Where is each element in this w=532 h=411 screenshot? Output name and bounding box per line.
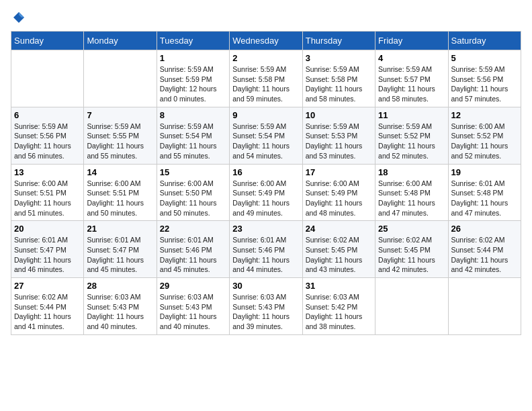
cell-content: Sunrise: 6:00 AMSunset: 5:48 PMDaylight:… <box>378 179 445 218</box>
day-number: 30 <box>232 281 299 291</box>
day-number: 11 <box>378 110 445 120</box>
day-number: 23 <box>232 224 299 234</box>
cell-content: Sunrise: 6:03 AMSunset: 5:43 PMDaylight:… <box>160 292 226 332</box>
calendar-cell: 28Sunrise: 6:03 AMSunset: 5:43 PMDayligh… <box>84 278 157 335</box>
day-number: 6 <box>14 110 81 120</box>
day-number: 3 <box>306 53 372 63</box>
calendar-cell <box>448 278 521 335</box>
cell-content: Sunrise: 6:02 AMSunset: 5:44 PMDaylight:… <box>14 292 81 332</box>
header-thursday: Thursday <box>302 32 375 50</box>
cell-content: Sunrise: 5:59 AMSunset: 5:53 PMDaylight:… <box>306 122 372 161</box>
day-number: 1 <box>160 53 226 63</box>
cell-content: Sunrise: 5:59 AMSunset: 5:58 PMDaylight:… <box>306 64 372 104</box>
day-number: 9 <box>232 110 299 120</box>
calendar-cell: 18Sunrise: 6:00 AMSunset: 5:48 PMDayligh… <box>375 164 448 221</box>
cell-content: Sunrise: 5:59 AMSunset: 5:58 PMDaylight:… <box>232 64 299 104</box>
cell-content: Sunrise: 6:01 AMSunset: 5:46 PMDaylight:… <box>160 235 226 275</box>
cell-content: Sunrise: 6:00 AMSunset: 5:51 PMDaylight:… <box>14 179 81 218</box>
header-wednesday: Wednesday <box>230 32 302 50</box>
calendar-cell: 2Sunrise: 5:59 AMSunset: 5:58 PMDaylight… <box>230 50 302 107</box>
calendar-cell: 9Sunrise: 5:59 AMSunset: 5:54 PMDaylight… <box>230 107 302 164</box>
day-number: 28 <box>87 281 153 291</box>
calendar-cell: 25Sunrise: 6:02 AMSunset: 5:45 PMDayligh… <box>375 221 448 278</box>
day-number: 20 <box>14 224 81 234</box>
day-number: 24 <box>306 224 372 234</box>
calendar-cell: 29Sunrise: 6:03 AMSunset: 5:43 PMDayligh… <box>157 278 229 335</box>
cell-content: Sunrise: 6:01 AMSunset: 5:47 PMDaylight:… <box>87 235 153 275</box>
cell-content: Sunrise: 6:01 AMSunset: 5:47 PMDaylight:… <box>14 235 81 275</box>
cell-content: Sunrise: 5:59 AMSunset: 5:55 PMDaylight:… <box>87 122 153 161</box>
cell-content: Sunrise: 6:02 AMSunset: 5:44 PMDaylight:… <box>451 235 518 275</box>
cell-content: Sunrise: 6:01 AMSunset: 5:48 PMDaylight:… <box>451 179 518 218</box>
page-header <box>11 11 521 26</box>
cell-content: Sunrise: 6:00 AMSunset: 5:49 PMDaylight:… <box>232 179 299 218</box>
cell-content: Sunrise: 6:00 AMSunset: 5:49 PMDaylight:… <box>306 179 372 218</box>
calendar-cell: 23Sunrise: 6:01 AMSunset: 5:46 PMDayligh… <box>230 221 302 278</box>
day-number: 14 <box>87 167 153 177</box>
calendar-cell: 22Sunrise: 6:01 AMSunset: 5:46 PMDayligh… <box>157 221 229 278</box>
header-sunday: Sunday <box>11 32 84 50</box>
calendar-cell: 3Sunrise: 5:59 AMSunset: 5:58 PMDaylight… <box>302 50 375 107</box>
cell-content: Sunrise: 6:03 AMSunset: 5:43 PMDaylight:… <box>232 292 299 332</box>
calendar-cell: 10Sunrise: 5:59 AMSunset: 5:53 PMDayligh… <box>302 107 375 164</box>
cell-content: Sunrise: 6:02 AMSunset: 5:45 PMDaylight:… <box>378 235 445 275</box>
cell-content: Sunrise: 6:03 AMSunset: 5:43 PMDaylight:… <box>87 292 153 332</box>
logo-icon <box>12 11 26 24</box>
calendar-cell: 7Sunrise: 5:59 AMSunset: 5:55 PMDaylight… <box>84 107 157 164</box>
calendar-cell: 6Sunrise: 5:59 AMSunset: 5:56 PMDaylight… <box>11 107 84 164</box>
cell-content: Sunrise: 6:03 AMSunset: 5:42 PMDaylight:… <box>306 292 372 332</box>
day-number: 27 <box>14 281 81 291</box>
cell-content: Sunrise: 5:59 AMSunset: 5:57 PMDaylight:… <box>378 64 445 104</box>
cell-content: Sunrise: 5:59 AMSunset: 5:54 PMDaylight:… <box>232 122 299 161</box>
calendar-cell: 8Sunrise: 5:59 AMSunset: 5:54 PMDaylight… <box>157 107 229 164</box>
day-number: 22 <box>160 224 226 234</box>
cell-content: Sunrise: 5:59 AMSunset: 5:56 PMDaylight:… <box>14 122 81 161</box>
day-number: 26 <box>451 224 518 234</box>
day-number: 8 <box>160 110 226 120</box>
calendar-cell: 27Sunrise: 6:02 AMSunset: 5:44 PMDayligh… <box>11 278 84 335</box>
day-number: 2 <box>232 53 299 63</box>
cell-content: Sunrise: 5:59 AMSunset: 5:56 PMDaylight:… <box>451 64 518 104</box>
cell-content: Sunrise: 6:00 AMSunset: 5:52 PMDaylight:… <box>451 122 518 161</box>
calendar-cell: 24Sunrise: 6:02 AMSunset: 5:45 PMDayligh… <box>302 221 375 278</box>
day-number: 18 <box>378 167 445 177</box>
calendar-cell: 19Sunrise: 6:01 AMSunset: 5:48 PMDayligh… <box>448 164 521 221</box>
calendar-cell <box>11 50 84 107</box>
day-number: 12 <box>451 110 518 120</box>
day-number: 13 <box>14 167 81 177</box>
cell-content: Sunrise: 5:59 AMSunset: 5:59 PMDaylight:… <box>160 64 226 104</box>
day-number: 16 <box>232 167 299 177</box>
calendar-cell: 31Sunrise: 6:03 AMSunset: 5:42 PMDayligh… <box>302 278 375 335</box>
day-number: 7 <box>87 110 153 120</box>
day-number: 10 <box>306 110 372 120</box>
calendar-week-row: 13Sunrise: 6:00 AMSunset: 5:51 PMDayligh… <box>11 164 521 221</box>
calendar-cell: 4Sunrise: 5:59 AMSunset: 5:57 PMDaylight… <box>375 50 448 107</box>
calendar-cell: 12Sunrise: 6:00 AMSunset: 5:52 PMDayligh… <box>448 107 521 164</box>
day-number: 4 <box>378 53 445 63</box>
cell-content: Sunrise: 6:00 AMSunset: 5:50 PMDaylight:… <box>160 179 226 218</box>
cell-content: Sunrise: 6:00 AMSunset: 5:51 PMDaylight:… <box>87 179 153 218</box>
logo <box>11 11 26 26</box>
calendar-cell <box>375 278 448 335</box>
calendar-cell: 30Sunrise: 6:03 AMSunset: 5:43 PMDayligh… <box>230 278 302 335</box>
day-number: 17 <box>306 167 372 177</box>
header-saturday: Saturday <box>448 32 521 50</box>
calendar-week-row: 27Sunrise: 6:02 AMSunset: 5:44 PMDayligh… <box>11 278 521 335</box>
day-number: 29 <box>160 281 226 291</box>
calendar-cell: 16Sunrise: 6:00 AMSunset: 5:49 PMDayligh… <box>230 164 302 221</box>
calendar-cell: 17Sunrise: 6:00 AMSunset: 5:49 PMDayligh… <box>302 164 375 221</box>
calendar-week-row: 20Sunrise: 6:01 AMSunset: 5:47 PMDayligh… <box>11 221 521 278</box>
day-number: 5 <box>451 53 518 63</box>
header-tuesday: Tuesday <box>157 32 229 50</box>
cell-content: Sunrise: 6:01 AMSunset: 5:46 PMDaylight:… <box>232 235 299 275</box>
header-monday: Monday <box>84 32 157 50</box>
day-number: 25 <box>378 224 445 234</box>
calendar-cell: 15Sunrise: 6:00 AMSunset: 5:50 PMDayligh… <box>157 164 229 221</box>
day-number: 19 <box>451 167 518 177</box>
calendar-cell: 5Sunrise: 5:59 AMSunset: 5:56 PMDaylight… <box>448 50 521 107</box>
calendar-cell: 26Sunrise: 6:02 AMSunset: 5:44 PMDayligh… <box>448 221 521 278</box>
calendar-cell: 11Sunrise: 5:59 AMSunset: 5:52 PMDayligh… <box>375 107 448 164</box>
day-number: 31 <box>306 281 372 291</box>
day-number: 21 <box>87 224 153 234</box>
calendar-cell <box>84 50 157 107</box>
